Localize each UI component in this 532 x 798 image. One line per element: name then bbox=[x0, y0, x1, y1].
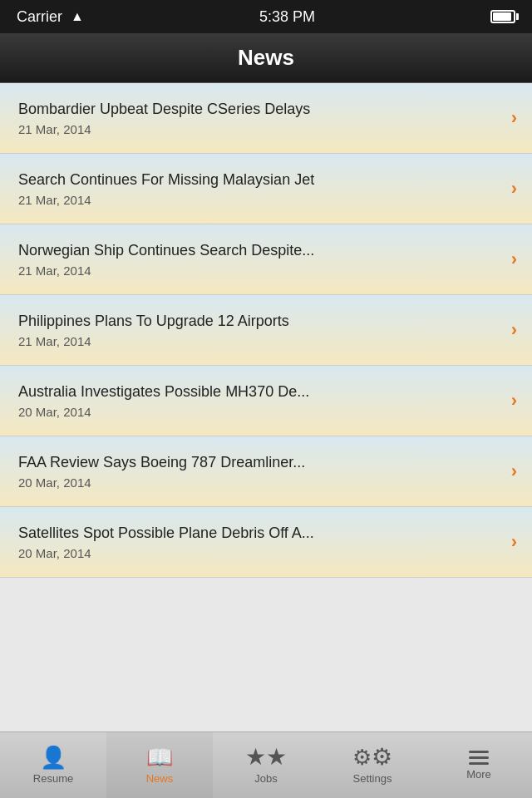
news-date: 20 Mar, 2014 bbox=[18, 475, 490, 490]
news-item[interactable]: Australia Investigates Possible MH370 De… bbox=[0, 366, 532, 436]
tab-news[interactable]: News bbox=[106, 732, 213, 798]
carrier-label: Carrier bbox=[17, 8, 62, 26]
news-list: Bombardier Upbeat Despite CSeries Delays… bbox=[0, 83, 532, 732]
news-title: Norwegian Ship Continues Search Despite.… bbox=[18, 241, 490, 260]
news-title: Australia Investigates Possible MH370 De… bbox=[18, 382, 490, 401]
news-title: Philippines Plans To Upgrade 12 Airports bbox=[18, 312, 490, 331]
news-item[interactable]: Satellites Spot Possible Plane Debris Of… bbox=[0, 507, 532, 578]
tab-jobs-label: Jobs bbox=[254, 772, 277, 785]
gear-icon: ⚙ bbox=[352, 746, 392, 769]
chevron-right-icon: › bbox=[511, 178, 517, 200]
news-date: 20 Mar, 2014 bbox=[18, 405, 490, 419]
tab-resume[interactable]: Resume bbox=[0, 732, 106, 798]
status-bar: Carrier ▲ 5:38 PM bbox=[0, 0, 532, 33]
menu-icon bbox=[469, 751, 489, 765]
news-item[interactable]: FAA Review Says Boeing 787 Dreamliner...… bbox=[0, 436, 532, 507]
page-title: News bbox=[238, 45, 294, 71]
tab-more-label: More bbox=[466, 768, 491, 781]
chevron-right-icon: › bbox=[511, 319, 517, 341]
news-item[interactable]: Norwegian Ship Continues Search Despite.… bbox=[0, 224, 532, 295]
person-icon bbox=[40, 746, 66, 769]
chevron-right-icon: › bbox=[511, 107, 517, 129]
chevron-right-icon: › bbox=[511, 531, 517, 553]
news-title: Search Continues For Missing Malaysian J… bbox=[18, 170, 490, 190]
tab-more[interactable]: More bbox=[426, 732, 532, 798]
book-icon bbox=[146, 746, 173, 769]
tab-news-label: News bbox=[146, 772, 174, 785]
tab-settings[interactable]: ⚙ Settings bbox=[319, 732, 426, 798]
news-item[interactable]: Philippines Plans To Upgrade 12 Airports… bbox=[0, 295, 532, 366]
star-icon: ★ bbox=[245, 746, 287, 769]
tab-jobs[interactable]: ★ Jobs bbox=[213, 732, 319, 798]
tab-settings-label: Settings bbox=[353, 772, 392, 785]
news-date: 21 Mar, 2014 bbox=[18, 264, 490, 278]
news-item[interactable]: Bombardier Upbeat Despite CSeries Delays… bbox=[0, 83, 532, 154]
news-date: 21 Mar, 2014 bbox=[18, 193, 490, 207]
chevron-right-icon: › bbox=[511, 390, 517, 411]
wifi-icon: ▲ bbox=[71, 9, 84, 24]
time-label: 5:38 PM bbox=[259, 8, 315, 26]
news-title: Satellites Spot Possible Plane Debris Of… bbox=[18, 524, 490, 543]
nav-bar: News bbox=[0, 33, 532, 83]
news-item[interactable]: Search Continues For Missing Malaysian J… bbox=[0, 154, 532, 224]
news-date: 21 Mar, 2014 bbox=[18, 122, 490, 136]
battery-icon bbox=[490, 10, 515, 23]
news-title: Bombardier Upbeat Despite CSeries Delays bbox=[18, 100, 490, 119]
news-date: 21 Mar, 2014 bbox=[18, 334, 490, 348]
tab-resume-label: Resume bbox=[33, 772, 73, 785]
news-date: 20 Mar, 2014 bbox=[18, 546, 490, 560]
news-title: FAA Review Says Boeing 787 Dreamliner... bbox=[18, 453, 490, 472]
chevron-right-icon: › bbox=[511, 249, 517, 270]
chevron-right-icon: › bbox=[511, 461, 517, 482]
tab-bar: Resume News ★ Jobs ⚙ Settings More bbox=[0, 732, 532, 798]
